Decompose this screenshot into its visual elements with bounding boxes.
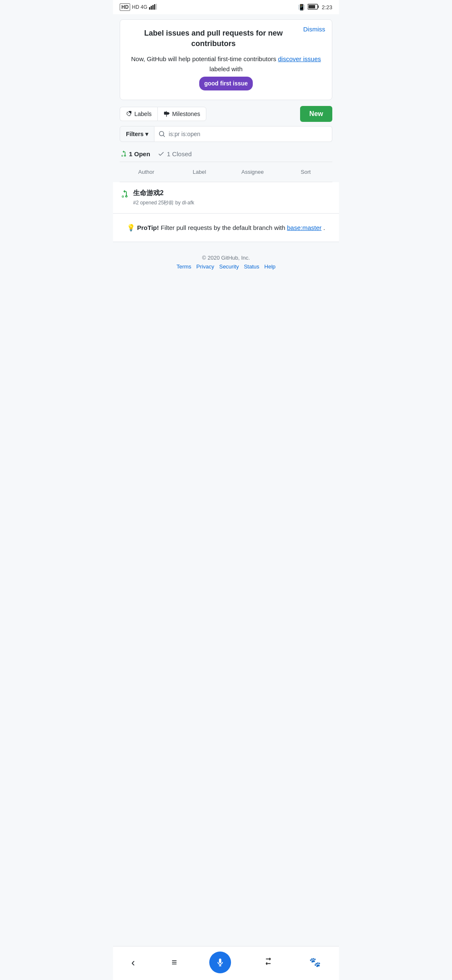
battery-icon	[308, 4, 319, 11]
closed-tab-label: 1 Closed	[167, 150, 192, 157]
hd-icon: HD	[120, 3, 130, 11]
time: 2:23	[322, 4, 332, 10]
svg-rect-0	[149, 7, 150, 10]
footer-links: Terms Privacy Security Status Help	[120, 263, 332, 270]
protip-bold: ProTip!	[137, 224, 159, 231]
dismiss-button[interactable]: Dismiss	[303, 26, 326, 33]
footer-security-link[interactable]: Security	[219, 263, 239, 270]
footer-help-link[interactable]: Help	[265, 263, 276, 270]
open-closed-tabs: 1 Open 1 Closed	[120, 146, 332, 162]
dropdown-arrow-icon: ▾	[145, 131, 148, 137]
pr-open-icon	[120, 150, 126, 157]
search-wrapper	[154, 126, 332, 142]
good-first-issue-label: good first issue	[199, 77, 253, 90]
footer: © 2020 GitHub, Inc. Terms Privacy Securi…	[113, 242, 339, 276]
svg-rect-4	[156, 4, 157, 10]
milestones-btn-label: Milestones	[172, 111, 200, 117]
filter-options-row: Author Label Assignee Sort	[120, 162, 332, 182]
network-icon: HD 4G	[132, 4, 147, 10]
milestones-button[interactable]: Milestones	[157, 107, 206, 121]
footer-status-link[interactable]: Status	[244, 263, 259, 270]
pr-title: 生命游戏2	[133, 189, 194, 198]
svg-rect-3	[154, 4, 155, 10]
filter-row: Filters ▾	[120, 126, 332, 142]
open-tab[interactable]: 1 Open	[120, 150, 150, 157]
svg-rect-6	[308, 5, 315, 8]
labels-button[interactable]: Labels	[120, 107, 157, 121]
vibrate-icon: 📳	[298, 4, 305, 10]
check-icon	[158, 150, 164, 157]
labels-btn-label: Labels	[134, 111, 152, 117]
protip-suffix: .	[323, 224, 325, 231]
label-filter[interactable]: Label	[173, 166, 226, 178]
toolbar: Labels Milestones New	[120, 106, 332, 122]
promo-banner: Dismiss Label issues and pull requests f…	[120, 19, 332, 100]
pr-icon	[120, 190, 128, 200]
promo-body1: Now, GitHub will help potential first-ti…	[131, 55, 276, 62]
protip-section: 💡 ProTip! Filter pull requests by the de…	[113, 214, 339, 242]
filters-button[interactable]: Filters ▾	[120, 126, 154, 142]
open-tab-label: 1 Open	[129, 150, 150, 157]
label-icon	[126, 111, 132, 117]
svg-rect-2	[152, 5, 154, 10]
status-right: 📳 2:23	[298, 4, 332, 11]
footer-terms-link[interactable]: Terms	[177, 263, 191, 270]
promo-title: Label issues and pull requests for new c…	[128, 28, 324, 49]
protip-body: Filter pull requests by the default bran…	[161, 224, 287, 231]
sort-filter[interactable]: Sort	[279, 166, 332, 178]
signal-icon	[149, 4, 157, 11]
promo-discover-link[interactable]: discover issues	[278, 55, 321, 62]
lightbulb-icon: 💡	[127, 224, 135, 231]
promo-body: Now, GitHub will help potential first-ti…	[128, 54, 324, 90]
pr-info: 生命游戏2 #2 opened 25秒前 by dl-afk	[133, 189, 194, 206]
svg-rect-1	[151, 6, 152, 10]
new-button[interactable]: New	[300, 106, 332, 122]
footer-privacy-link[interactable]: Privacy	[196, 263, 214, 270]
closed-tab[interactable]: 1 Closed	[158, 150, 192, 157]
base-master-link[interactable]: base:master	[287, 224, 322, 231]
status-bar: HD HD 4G 📳 2:23	[113, 0, 339, 14]
svg-rect-7	[318, 5, 318, 8]
copyright: © 2020 GitHub, Inc.	[202, 255, 250, 261]
assignee-filter[interactable]: Assignee	[226, 166, 279, 178]
author-filter[interactable]: Author	[120, 166, 173, 178]
table-row[interactable]: 生命游戏2 #2 opened 25秒前 by dl-afk	[113, 182, 339, 214]
promo-body2: labeled with	[209, 65, 242, 72]
pr-meta: #2 opened 25秒前 by dl-afk	[133, 199, 194, 206]
milestone-icon	[164, 111, 170, 117]
search-input[interactable]	[154, 126, 332, 142]
filters-btn-label: Filters	[126, 131, 144, 137]
search-icon	[159, 131, 165, 137]
protip-text: ProTip! Filter pull requests by the defa…	[137, 224, 325, 231]
pr-list: 生命游戏2 #2 opened 25秒前 by dl-afk	[113, 182, 339, 214]
status-left: HD HD 4G	[120, 3, 157, 11]
